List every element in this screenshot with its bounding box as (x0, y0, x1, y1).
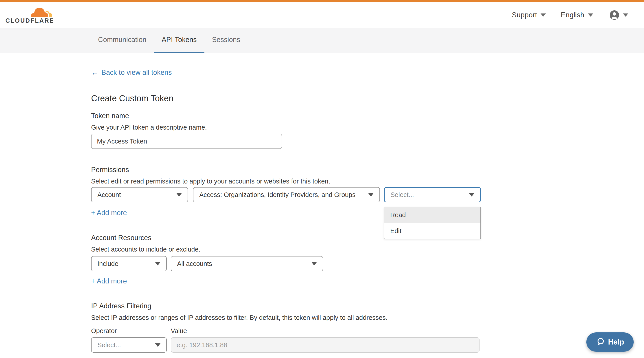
permission-resource-select[interactable]: Access: Organizations, Identity Provider… (193, 187, 380, 202)
tab-api-tokens[interactable]: API Tokens (154, 28, 204, 53)
token-name-heading: Token name (91, 112, 129, 120)
help-chat-icon (596, 337, 605, 346)
chevron-down-icon (368, 193, 374, 197)
support-menu[interactable]: Support (512, 11, 546, 19)
account-resources-scope-select[interactable]: All accounts (171, 256, 323, 271)
brand-accent-bar (0, 0, 644, 2)
account-resources-heading: Account Resources (91, 234, 152, 242)
tab-communication[interactable]: Communication (90, 28, 154, 53)
menu-item-read[interactable]: Read (384, 207, 480, 223)
value-label: Value (171, 327, 187, 335)
permission-level-select[interactable]: Select... (384, 187, 481, 202)
chevron-down-icon (623, 14, 628, 17)
back-link-label: Back to view all tokens (102, 69, 172, 77)
account-resources-description: Select accounts to include or exclude. (91, 246, 200, 253)
chevron-down-icon (176, 193, 182, 197)
page-title: Create Custom Token (91, 94, 174, 103)
permissions-heading: Permissions (91, 166, 129, 174)
permissions-add-more-link[interactable]: + Add more (91, 209, 127, 217)
permission-scope-select[interactable]: Account (91, 187, 188, 202)
help-button[interactable]: Help (586, 332, 634, 352)
ip-value-input[interactable] (171, 337, 480, 352)
account-resources-scope-value: All accounts (177, 260, 212, 267)
permission-resource-value: Access: Organizations, Identity Provider… (199, 191, 356, 199)
chevron-down-icon (312, 262, 317, 265)
chevron-down-icon (540, 14, 546, 17)
ip-operator-placeholder: Select... (98, 341, 121, 349)
chevron-down-icon (155, 262, 160, 265)
account-resources-mode-value: Include (98, 260, 118, 267)
header-nav: Support English (512, 10, 628, 20)
header: CLOUDFLARE Support English (0, 2, 644, 28)
token-name-input[interactable] (91, 134, 282, 149)
operator-label: Operator (91, 327, 117, 335)
chevron-down-icon (469, 193, 474, 197)
chevron-down-icon (588, 14, 593, 17)
account-resources-mode-select[interactable]: Include (91, 256, 167, 271)
user-menu[interactable] (610, 10, 628, 20)
ip-operator-select[interactable]: Select... (91, 337, 167, 352)
permissions-description: Select edit or read permissions to apply… (91, 178, 330, 185)
tab-sessions[interactable]: Sessions (204, 28, 248, 53)
profile-tabs: Communication API Tokens Sessions (0, 28, 644, 53)
user-avatar-icon (610, 10, 619, 20)
logo-wordmark: CLOUDFLARE (6, 17, 53, 24)
help-button-label: Help (608, 338, 624, 346)
logo-cloud-main (30, 7, 49, 17)
account-resources-add-more-link[interactable]: + Add more (91, 277, 127, 285)
token-name-description: Give your API token a descriptive name. (91, 124, 207, 131)
support-menu-label: Support (512, 11, 537, 19)
back-to-tokens-link[interactable]: ← Back to view all tokens (91, 68, 172, 77)
permission-scope-value: Account (98, 191, 121, 199)
menu-item-edit[interactable]: Edit (384, 223, 480, 239)
permission-level-menu: Read Edit (384, 207, 481, 239)
back-arrow-icon: ← (91, 68, 99, 77)
cloudflare-logo: CLOUDFLARE (6, 6, 53, 24)
language-menu[interactable]: English (561, 11, 593, 19)
ip-filtering-description: Select IP addresses or ranges of IP addr… (91, 314, 388, 321)
chevron-down-icon (155, 343, 160, 347)
permission-level-placeholder: Select... (390, 191, 414, 199)
main-content: ← Back to view all tokens Create Custom … (0, 53, 644, 358)
ip-filtering-heading: IP Address Filtering (91, 302, 151, 310)
language-menu-label: English (561, 11, 584, 19)
cloudflare-logo-image: CLOUDFLARE (6, 6, 53, 24)
